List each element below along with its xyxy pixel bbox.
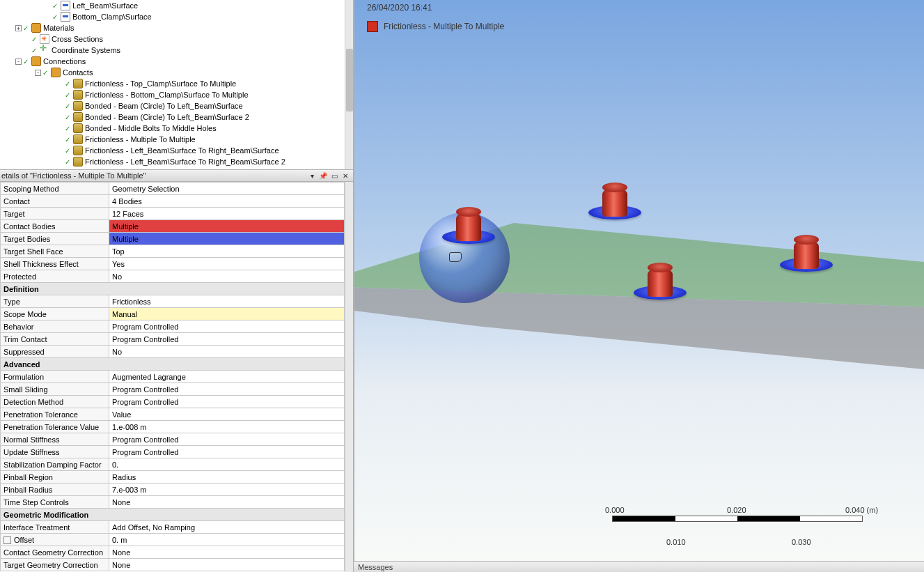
property-value[interactable]: 0. m [109, 534, 345, 546]
tree-item[interactable]: Frictionless - Bottom_Clamp\Surface To M… [1, 89, 352, 100]
property-value[interactable]: Program Controlled [109, 396, 345, 408]
property-value[interactable]: Yes [109, 258, 345, 270]
tree-item[interactable]: Left_Beam\Surface [1, 0, 352, 11]
bolt-body[interactable] [643, 265, 677, 307]
property-row[interactable]: Scope ModeManual [1, 308, 345, 320]
property-row[interactable]: Offset0. m [1, 534, 345, 546]
axes-icon [40, 45, 49, 55]
property-row[interactable]: Interface TreatmentAdd Offset, No Rampin… [1, 521, 345, 534]
property-row[interactable]: Penetration Tolerance Value1.e-008 m [1, 421, 345, 433]
property-value[interactable]: Add Offset, No Ramping [109, 521, 345, 534]
property-value[interactable]: Manual [109, 308, 345, 320]
tree-item[interactable]: Bonded - Middle Bolts To Middle Holes [1, 123, 352, 134]
property-row[interactable]: Normal StiffnessProgram Controlled [1, 433, 345, 446]
property-value[interactable]: Top [109, 245, 345, 258]
property-value[interactable]: No [109, 270, 345, 283]
property-value[interactable]: None [109, 559, 345, 571]
node-icon [73, 146, 83, 155]
property-row[interactable]: Scoping MethodGeometry Selection [1, 183, 345, 195]
property-row[interactable]: Small SlidingProgram Controlled [1, 383, 345, 396]
property-row[interactable]: Contact4 Bodies [1, 195, 345, 208]
property-row[interactable]: Contact Geometry CorrectionNone [1, 546, 345, 559]
property-row[interactable]: TypeFrictionless [1, 295, 345, 308]
properties-scrollbar[interactable] [345, 182, 353, 572]
tree-item[interactable]: Bonded - Beam (Circle) To Left_Beam\Surf… [1, 100, 352, 111]
property-row[interactable]: Geometric Modification [1, 509, 345, 521]
tree-item[interactable]: Bonded - Beam (Circle) To Left_Beam\Surf… [1, 111, 352, 123]
property-row[interactable]: Pinball RegionRadius [1, 471, 345, 484]
tree-item[interactable]: Cross Sections [1, 33, 352, 45]
property-value[interactable]: None [109, 546, 345, 559]
tree-item[interactable]: Frictionless - Left_Beam\Surface To Righ… [1, 156, 352, 167]
property-row[interactable]: Contact BodiesMultiple [1, 220, 345, 233]
property-row[interactable]: FormulationAugmented Lagrange [1, 371, 345, 383]
window-icon[interactable]: ▭ [329, 171, 339, 180]
details-title: etails of "Frictionless - Multiple To Mu… [1, 171, 306, 180]
property-value[interactable]: Program Controlled [109, 383, 345, 396]
property-value[interactable]: 0. [109, 458, 345, 471]
property-grid[interactable]: Scoping MethodGeometry SelectionContact4… [0, 182, 353, 572]
property-row[interactable]: Penetration ToleranceValue [1, 408, 345, 421]
property-row[interactable]: Pinball Radius7.e-003 m [1, 484, 345, 496]
property-key: Target [1, 208, 109, 220]
property-row[interactable]: Advanced [1, 358, 345, 371]
bolt-body[interactable] [790, 237, 823, 279]
property-value[interactable]: Radius [109, 471, 345, 484]
expander-icon[interactable]: - [35, 70, 41, 76]
property-row[interactable]: Target Geometry CorrectionNone [1, 559, 345, 571]
property-row[interactable]: Detection MethodProgram Controlled [1, 396, 345, 408]
tree-item[interactable]: -Connections [1, 56, 352, 67]
property-value[interactable]: Augmented Lagrange [109, 371, 345, 383]
tree-item[interactable]: Coordinate Systems [1, 45, 352, 56]
tree-item[interactable]: -Contacts [1, 67, 352, 78]
property-row[interactable]: Time Step ControlsNone [1, 496, 345, 509]
property-value[interactable]: Frictionless [109, 295, 345, 308]
property-value[interactable]: Value [109, 408, 345, 421]
tree-item[interactable]: Frictionless - Multiple To Multiple [1, 134, 352, 145]
property-value[interactable]: 1.e-008 m [109, 421, 345, 433]
property-key: Trim Contact [1, 333, 109, 346]
tree-item[interactable]: +Materials [1, 22, 352, 33]
property-row[interactable]: Shell Thickness EffectYes [1, 258, 345, 270]
property-value[interactable]: 12 Faces [109, 208, 345, 220]
property-row[interactable]: Definition [1, 283, 345, 295]
property-value[interactable]: No [109, 346, 345, 358]
close-icon[interactable]: ✕ [340, 171, 350, 180]
graphics-viewport[interactable]: 26/04/2020 16:41 Frictionless - Multiple… [354, 0, 924, 561]
expander-icon[interactable]: - [15, 59, 22, 65]
property-row[interactable]: Target BodiesMultiple [1, 233, 345, 245]
property-row[interactable]: ProtectedNo [1, 270, 345, 283]
pin-icon[interactable]: 📌 [318, 171, 328, 180]
property-row[interactable]: Target Shell FaceTop [1, 245, 345, 258]
checkbox-icon[interactable] [3, 536, 11, 544]
property-value[interactable]: Geometry Selection [109, 183, 345, 195]
property-value[interactable]: None [109, 496, 345, 509]
property-value[interactable]: Program Controlled [109, 433, 345, 446]
property-row[interactable]: SuppressedNo [1, 346, 345, 358]
property-value[interactable]: 7.e-003 m [109, 484, 345, 496]
surf-icon [61, 12, 70, 22]
property-key: Penetration Tolerance Value [1, 421, 109, 433]
bolt-body[interactable] [452, 209, 485, 251]
tree-item[interactable]: Frictionless - Left_Beam\Surface To Righ… [1, 145, 352, 156]
expander-icon[interactable]: + [15, 25, 22, 31]
property-value[interactable]: Multiple [109, 220, 345, 233]
outline-tree[interactable]: Left_Beam\SurfaceBottom_Clamp\Surface+Ma… [0, 0, 353, 169]
tree-item[interactable]: Bottom_Clamp\Surface [1, 11, 352, 22]
property-row[interactable]: Update StiffnessProgram Controlled [1, 446, 345, 458]
property-row[interactable]: BehaviorProgram Controlled [1, 320, 345, 333]
property-value[interactable]: 4 Bodies [109, 195, 345, 208]
property-value[interactable]: Program Controlled [109, 320, 345, 333]
messages-bar[interactable]: Messages [354, 561, 924, 572]
property-value[interactable]: Multiple [109, 233, 345, 245]
property-row[interactable]: Target12 Faces [1, 208, 345, 220]
property-value[interactable]: Program Controlled [109, 446, 345, 458]
tree-scrollbar[interactable] [345, 0, 353, 169]
property-value[interactable]: Program Controlled [109, 333, 345, 346]
property-row[interactable]: Trim ContactProgram Controlled [1, 333, 345, 346]
property-key: Scope Mode [1, 308, 109, 320]
bolt-body[interactable] [598, 185, 632, 226]
property-row[interactable]: Stabilization Damping Factor0. [1, 458, 345, 471]
dropdown-icon[interactable]: ▾ [307, 171, 317, 180]
tree-item[interactable]: Frictionless - Top_Clamp\Surface To Mult… [1, 78, 352, 89]
